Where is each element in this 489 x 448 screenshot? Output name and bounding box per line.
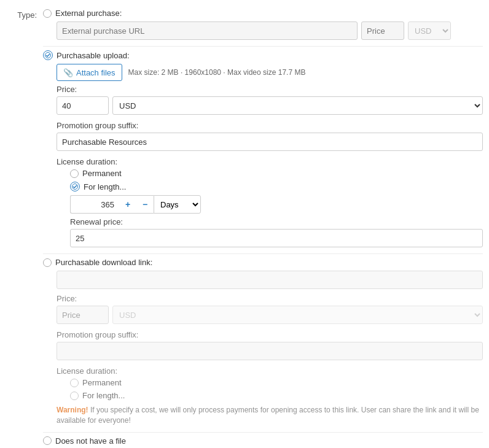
upload-price-row: USD xyxy=(57,96,483,115)
no-file-block: Does not have a file The description wil… xyxy=(43,432,483,448)
external-purchase-url[interactable] xyxy=(57,21,358,40)
upload-permanent-label[interactable]: Permanent xyxy=(82,169,122,178)
purchasable-download-label[interactable]: Purchasable download link: xyxy=(55,258,152,267)
purchasable-upload-label[interactable]: Purchasable upload: xyxy=(57,51,130,60)
upload-days-select[interactable]: Days Weeks Months Years xyxy=(154,195,201,214)
external-purchase-block: External purchase: USD xyxy=(43,9,483,40)
upload-length-number[interactable] xyxy=(70,195,119,214)
external-purchase-radio[interactable] xyxy=(43,9,52,18)
download-promo-input[interactable] xyxy=(57,342,483,360)
purchasable-upload-content: 📎 Attach files Max size: 2 MB · 1960x108… xyxy=(43,64,483,247)
options-container: External purchase: USD Purchasable u xyxy=(43,9,483,448)
warning-strong: Warning! xyxy=(57,406,88,414)
download-permanent-label[interactable]: Permanent xyxy=(82,378,122,387)
upload-currency-select[interactable]: USD xyxy=(112,96,483,115)
upload-length-inputs: + − Days Weeks Months Years xyxy=(70,195,483,214)
external-purchase-price[interactable] xyxy=(361,21,404,40)
download-permanent-radio[interactable] xyxy=(70,379,79,387)
download-price-input[interactable] xyxy=(57,306,109,324)
upload-for-length-label[interactable]: For length... xyxy=(84,182,126,191)
download-currency-select[interactable]: USD xyxy=(112,306,483,324)
download-warning: Warning! If you specify a cost, we will … xyxy=(57,405,483,426)
upload-license-section: License duration: Permanent xyxy=(57,157,483,247)
download-for-length-label[interactable]: For length... xyxy=(82,391,125,400)
attach-files-button[interactable]: 📎 Attach files xyxy=(57,64,122,81)
purchasable-upload-block: Purchasable upload: 📎 Attach files Max s… xyxy=(43,46,483,247)
no-file-label[interactable]: Does not have a file xyxy=(55,436,126,446)
external-purchase-inputs: USD xyxy=(43,21,483,40)
download-duration-options: Permanent For length... xyxy=(70,378,483,400)
purchasable-download-block: Purchasable download link: Price: USD xyxy=(43,253,483,426)
warning-body: If you specify a cost, we will only proc… xyxy=(57,406,479,425)
upload-price-group: Price: USD xyxy=(57,85,483,115)
download-for-length-radio[interactable] xyxy=(70,392,79,400)
purchasable-download-url[interactable] xyxy=(57,271,483,289)
upload-promo-group: Promotion group suffix: xyxy=(57,121,483,151)
download-license-label: License duration: xyxy=(57,366,483,376)
download-for-length-row: For length... xyxy=(70,391,483,400)
download-permanent-row: Permanent xyxy=(70,378,483,387)
download-license-section: License duration: Permanent For length..… xyxy=(57,366,483,400)
purchasable-upload-radio[interactable] xyxy=(43,50,53,60)
upload-length-plus[interactable]: + xyxy=(119,195,136,214)
upload-renewal-label: Renewal price: xyxy=(70,217,483,226)
purchasable-download-radio[interactable] xyxy=(43,258,52,267)
download-promo-label: Promotion group suffix: xyxy=(57,330,483,339)
upload-price-label: Price: xyxy=(57,85,483,94)
upload-renewal-input[interactable] xyxy=(70,229,483,247)
download-promo-group: Promotion group suffix: xyxy=(57,330,483,360)
type-label: Type: xyxy=(6,9,43,20)
download-price-group: Price: USD xyxy=(57,294,483,324)
upload-promo-label: Promotion group suffix: xyxy=(57,121,483,130)
upload-for-length-radio[interactable] xyxy=(70,182,80,191)
upload-permanent-radio[interactable] xyxy=(70,169,79,178)
upload-length-minus[interactable]: − xyxy=(136,195,154,214)
upload-promo-input[interactable] xyxy=(57,133,483,151)
download-price-row: USD xyxy=(57,306,483,324)
upload-permanent-row: Permanent xyxy=(70,169,483,178)
upload-price-input[interactable] xyxy=(57,96,109,115)
attach-hint: Max size: 2 MB · 1960x1080 · Max video s… xyxy=(128,68,306,77)
paperclip-icon: 📎 xyxy=(63,68,73,77)
upload-duration-options: Permanent For length... xyxy=(70,169,483,191)
download-price-label: Price: xyxy=(57,294,483,303)
attach-files-row: 📎 Attach files Max size: 2 MB · 1960x108… xyxy=(57,64,483,81)
purchasable-download-content: Price: USD Promotion group suffix: Lic xyxy=(43,271,483,426)
external-purchase-currency[interactable]: USD xyxy=(408,21,451,40)
attach-files-label: Attach files xyxy=(76,68,115,77)
external-purchase-label[interactable]: External purchase: xyxy=(55,9,122,18)
upload-for-length-row: For length... xyxy=(70,182,483,191)
upload-license-label: License duration: xyxy=(57,157,483,166)
no-file-radio[interactable] xyxy=(43,436,52,445)
